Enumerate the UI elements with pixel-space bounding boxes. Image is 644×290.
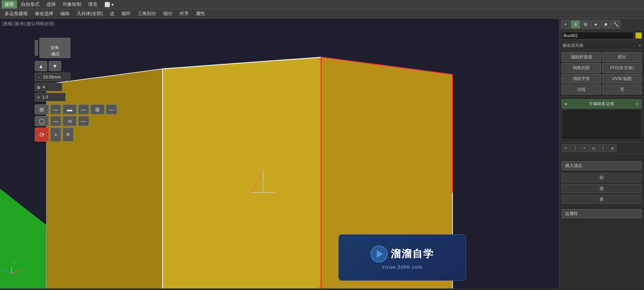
shape-icon-btn[interactable]: ⌖ — [580, 144, 589, 152]
edit-icon-btn[interactable]: | — [599, 144, 607, 152]
modifier-buttons-grid: 编辑样条线 挤出 倒角剖面 FFD(长方体) 涡轮平滑 UVW 贴图 法线 壳 — [559, 50, 644, 97]
menu-freeform[interactable]: 自由形式 — [18, 0, 43, 9]
svg-text:X: X — [19, 268, 22, 272]
svg-text:Y: Y — [12, 262, 15, 266]
right-btn-2[interactable]: 接 — [562, 184, 642, 193]
object-color-swatch[interactable] — [635, 32, 642, 39]
spinner-down-btn[interactable]: ▼ — [49, 61, 61, 71]
stack-item-chevron: ◁ — [635, 101, 638, 106]
mode-btn-10[interactable]: — — [78, 116, 89, 126]
left-panel: 切角 -确定 ▲ ▼ ↔ ▦ — [35, 38, 120, 142]
insert-vertex-label: 插入顶点 — [565, 163, 582, 169]
mod-btn-smooth[interactable]: 涡轮平滑 — [562, 74, 601, 84]
bottom-icons-row: ✏ | ⌖ ⊟ | ⊞ — [559, 143, 644, 154]
spinner-up-btn[interactable]: ▲ — [35, 61, 47, 71]
dots-separator: · · · · · — [559, 154, 644, 160]
right-btn-1[interactable]: 刻 — [562, 173, 642, 182]
edge-properties-label: 边属性 — [565, 211, 578, 217]
menu-paint[interactable]: 对象绘制 — [60, 0, 84, 9]
mode-btn-4[interactable]: — — [78, 104, 89, 114]
mod-btn-uvw[interactable]: UVW 贴图 — [602, 74, 642, 84]
top-menu-bar: 建模 自由形式 选择 对象绘制 填充 ⬜ ▾ — [0, 0, 644, 9]
watermark-url: zixue.3d66.com — [382, 264, 422, 270]
watermark-title: 溜溜自学 — [391, 247, 434, 261]
mode-btn-9[interactable]: ⊲ — [63, 116, 77, 126]
tb-subdivide[interactable]: 细分 — [160, 10, 176, 18]
mode-btn-5[interactable]: ⊠ — [91, 104, 104, 114]
tb-loop[interactable]: 循环 — [118, 10, 134, 18]
hierarchy-icon-btn[interactable]: ⊞ — [581, 20, 590, 29]
tension-icon: ⊞ — [37, 95, 40, 99]
segments-icon: ▦ — [37, 85, 40, 89]
mode-btn-7[interactable]: ◯ — [35, 116, 49, 126]
main-layout: [透视] [标准] [默认明暗处理] — [0, 19, 644, 288]
modifier-stack: ▸ 可编辑多边形 ◁ — [559, 97, 644, 143]
menu-build[interactable]: 建模 — [2, 0, 17, 9]
stack-item-arrow: ▸ — [565, 101, 567, 106]
second-toolbar: 多边形建模 修改选择 编辑 几何体(全部) 边 循环 三角剖分 细分 对齐 属性 — [0, 9, 644, 19]
play-circle-icon — [371, 246, 388, 263]
mod-btn-shell[interactable]: 壳 — [602, 85, 642, 94]
stack-item-poly[interactable]: ▸ 可编辑多边形 ◁ — [562, 99, 642, 108]
menu-fill[interactable]: 填充 — [85, 0, 101, 9]
tb-geometry[interactable]: 几何体(全部) — [73, 10, 106, 18]
modifier-list-label: 修改器列表 — [562, 43, 584, 48]
length-icon: ↔ — [37, 75, 41, 79]
chamfer-title: 切角 -确定 — [39, 38, 70, 58]
insert-vertex-section[interactable]: 插入顶点 — [562, 161, 642, 170]
right-panel: + ⊕ ⊞ ● ■ 🔧 修改器列表 ▾ 编辑样条线 挤出 倒角剖面 FFD(长方… — [559, 19, 644, 288]
mode-btn-6[interactable]: — — [106, 104, 117, 114]
stack-item-label: 可编辑多边形 — [589, 101, 614, 107]
modifier-list-row: 修改器列表 ▾ — [559, 41, 644, 50]
chamfer-value-input[interactable] — [41, 73, 68, 81]
mode-btn-2[interactable]: — — [50, 104, 61, 114]
chamfer-drag-handle[interactable] — [35, 40, 38, 56]
tb-edge[interactable]: 边 — [107, 10, 118, 18]
chain-icon-btn[interactable]: ⊟ — [589, 144, 598, 152]
action-btn-remove[interactable]: ✕ — [63, 128, 73, 142]
svg-text:Z: Z — [1, 268, 3, 272]
mode-btn-1[interactable]: ⊞ — [35, 104, 49, 114]
edge-properties-section[interactable]: 边属性 — [562, 209, 642, 218]
watermark: 溜溜自学 zixue.3d66.com — [338, 234, 466, 281]
viewport[interactable]: [透视] [标准] [默认明暗处理] — [0, 19, 559, 288]
tb-align[interactable]: 对齐 — [176, 10, 192, 18]
tb-triangulate[interactable]: 三角剖分 — [135, 10, 159, 18]
modifier-dropdown-arrow[interactable]: ▾ — [639, 43, 641, 48]
segments-input[interactable] — [41, 83, 60, 91]
action-btn-add[interactable]: + — [50, 128, 61, 142]
mod-btn-bevel[interactable]: 倒角剖面 — [562, 63, 601, 73]
object-name-input[interactable] — [562, 32, 634, 39]
mode-btn-3[interactable]: ▬ — [63, 104, 77, 114]
modify-icon-btn[interactable]: ⊕ — [571, 20, 580, 29]
menu-extra[interactable]: ⬜ ▾ — [101, 1, 117, 8]
menu-select[interactable]: 选择 — [43, 0, 59, 9]
mod-btn-extrude[interactable]: 挤出 — [602, 52, 642, 62]
tb-properties[interactable]: 属性 — [193, 10, 208, 18]
right-btn-3[interactable]: 形 — [562, 195, 642, 204]
tension-input[interactable] — [41, 93, 60, 101]
bar-icon-btn[interactable]: | — [571, 144, 579, 152]
object-name-row — [559, 30, 644, 41]
utils-icon-btn[interactable]: 🔧 — [611, 20, 620, 29]
mod-btn-normal[interactable]: 法线 — [562, 85, 601, 94]
right-panel-content: 插入顶点 刻 接 形 边属性 — [559, 160, 644, 220]
viewport-label: [透视] [标准] [默认明暗处理] — [2, 21, 54, 27]
play-triangle — [377, 250, 383, 258]
create-icon-btn[interactable]: + — [561, 20, 570, 29]
tb-poly-model[interactable]: 多边形建模 — [2, 10, 31, 18]
svg-marker-7 — [162, 57, 321, 288]
grid-icon-btn[interactable]: ⊞ — [608, 144, 617, 152]
mod-btn-spline[interactable]: 编辑样条线 — [562, 52, 601, 62]
mod-btn-ffd[interactable]: FFD(长方体) — [602, 63, 642, 73]
pin-icon-btn[interactable]: ✏ — [562, 144, 570, 152]
stack-empty-area — [562, 109, 642, 140]
display-icon-btn[interactable]: ■ — [601, 20, 610, 29]
action-btn-active[interactable]: ⟳ — [35, 128, 49, 142]
watermark-logo: 溜溜自学 — [371, 246, 434, 263]
mode-btn-8[interactable]: — — [50, 116, 61, 126]
tb-edit[interactable]: 编辑 — [57, 10, 73, 18]
motion-icon-btn[interactable]: ● — [591, 20, 600, 29]
tb-modify-sel[interactable]: 修改选择 — [32, 10, 56, 18]
right-icon-row: + ⊕ ⊞ ● ■ 🔧 — [559, 19, 644, 30]
